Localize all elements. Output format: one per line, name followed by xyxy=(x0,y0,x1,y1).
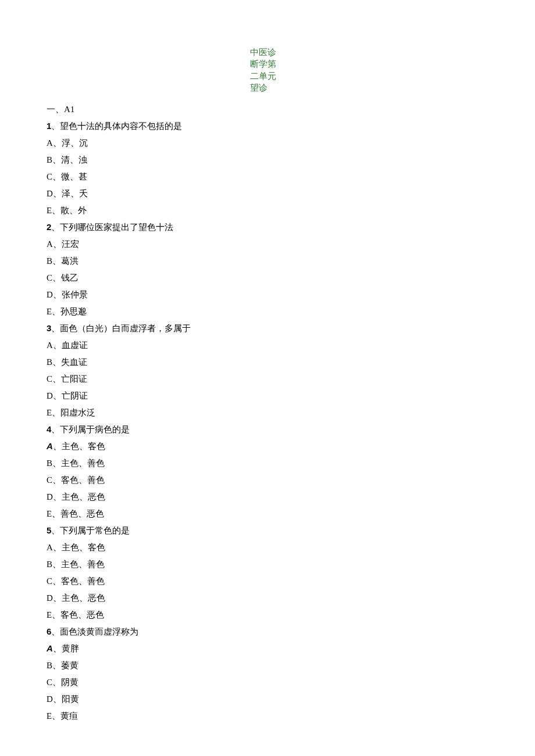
option: E、阳虚水泛 xyxy=(47,407,488,418)
separator: 、 xyxy=(53,239,62,249)
option: A、主色、客色 xyxy=(47,542,488,553)
option: A、主色、客色 xyxy=(47,441,488,452)
option-text: 葛洪 xyxy=(61,256,79,266)
separator: 、 xyxy=(52,408,60,417)
option-text: 散、外 xyxy=(60,206,87,215)
separator: 、 xyxy=(51,121,60,131)
option: D、主色、恶色 xyxy=(47,492,488,503)
option: D、张仲景 xyxy=(47,289,488,300)
option-text: 主色、客色 xyxy=(62,442,105,451)
question-text: 面色淡黄而虚浮称为 xyxy=(60,627,138,636)
option-text: 血虚证 xyxy=(62,341,88,350)
title-line: 望诊 xyxy=(250,82,285,94)
option-text: 汪宏 xyxy=(62,239,79,249)
separator: 、 xyxy=(52,475,61,485)
separator: 、 xyxy=(51,324,60,333)
option-letter: A xyxy=(47,441,53,451)
option-letter: B xyxy=(47,661,52,670)
question-text: 望色十法的具体内容不包括的是 xyxy=(60,121,182,131)
option: E、善色、恶色 xyxy=(47,508,488,519)
option-letter: C xyxy=(47,576,52,586)
option: E、客色、恶色 xyxy=(47,610,488,621)
separator: 、 xyxy=(52,206,60,215)
option: B、主色、善色 xyxy=(47,559,488,570)
option-letter: D xyxy=(47,290,53,299)
option-text: 主色、善色 xyxy=(61,458,105,468)
question-text: 下列哪位医家提出了望色十法 xyxy=(60,223,173,232)
question-block: 1、望色十法的具体内容不包括的是A、浮、沉B、清、浊C、微、甚D、泽、夭E、散、… xyxy=(47,121,488,216)
separator: 、 xyxy=(52,273,61,282)
question-text: 面色（白光）白而虚浮者，多属于 xyxy=(60,324,191,333)
separator: 、 xyxy=(53,391,62,400)
option-text: 主色、恶色 xyxy=(62,492,105,501)
option-letter: A xyxy=(47,543,53,552)
option-text: 阳虚水泛 xyxy=(60,408,95,417)
option-letter: C xyxy=(47,475,52,485)
document-title: 中医诊 断学第 二单元 望诊 xyxy=(250,46,285,94)
option: D、泽、夭 xyxy=(47,188,488,199)
option-text: 黄胖 xyxy=(62,644,79,653)
option-letter: D xyxy=(47,694,53,704)
option-letter: B xyxy=(47,155,52,164)
separator: 、 xyxy=(52,458,61,468)
option-text: 主色、恶色 xyxy=(62,593,105,603)
separator: 、 xyxy=(52,374,61,384)
option-text: 清、浊 xyxy=(61,155,87,164)
separator: 、 xyxy=(53,694,62,704)
question-stem: 4、下列属于病色的是 xyxy=(47,424,488,435)
option-letter: D xyxy=(47,189,53,198)
option-text: 亡阳证 xyxy=(61,374,87,384)
option: A、黄胖 xyxy=(47,643,488,654)
option-letter: A xyxy=(47,341,53,350)
option: E、黄疸 xyxy=(47,711,488,722)
question-block: 6、面色淡黄而虚浮称为A、黄胖B、萎黄C、阴黄D、阳黄E、黄疸 xyxy=(47,626,488,722)
separator: 、 xyxy=(51,425,60,434)
separator: 、 xyxy=(53,290,62,299)
separator: 、 xyxy=(53,644,62,653)
question-stem: 3、面色（白光）白而虚浮者，多属于 xyxy=(47,323,488,334)
option-text: 钱乙 xyxy=(61,273,79,282)
option-letter: B xyxy=(47,256,52,266)
option-letter: D xyxy=(47,593,53,603)
option: A、浮、沉 xyxy=(47,138,488,149)
title-line: 二单元 xyxy=(250,70,285,82)
question-block: 3、面色（白光）白而虚浮者，多属于A、血虚证B、失血证C、亡阳证D、亡阴证E、阳… xyxy=(47,323,488,418)
option: E、散、外 xyxy=(47,205,488,216)
option-letter: A xyxy=(47,239,53,249)
option-letter: A xyxy=(47,138,53,148)
separator: 、 xyxy=(52,560,61,569)
option: D、亡阴证 xyxy=(47,390,488,402)
option: C、客色、善色 xyxy=(47,475,488,486)
question-stem: 6、面色淡黄而虚浮称为 xyxy=(47,626,488,637)
document-page: 中医诊 断学第 二单元 望诊 一、A1 1、望色十法的具体内容不包括的是A、浮、… xyxy=(0,0,535,751)
separator: 、 xyxy=(52,711,60,721)
option: C、亡阳证 xyxy=(47,374,488,385)
separator: 、 xyxy=(53,442,62,451)
separator: 、 xyxy=(52,576,61,586)
option-letter: E xyxy=(47,610,52,619)
option: C、阴黄 xyxy=(47,677,488,688)
separator: 、 xyxy=(53,593,62,603)
option-letter: E xyxy=(47,711,52,721)
separator: 、 xyxy=(52,256,61,266)
option-text: 客色、善色 xyxy=(61,576,105,586)
option-text: 亡阴证 xyxy=(62,391,88,400)
option-letter: E xyxy=(47,307,52,316)
separator: 、 xyxy=(52,155,61,164)
option: B、失血证 xyxy=(47,357,488,368)
option: B、清、浊 xyxy=(47,155,488,166)
option: D、阳黄 xyxy=(47,694,488,705)
separator: 、 xyxy=(52,610,60,619)
separator: 、 xyxy=(52,172,61,181)
option-letter: E xyxy=(47,408,52,417)
option-text: 孙思邈 xyxy=(60,307,87,316)
option: C、客色、善色 xyxy=(47,576,488,587)
option-letter: D xyxy=(47,391,53,400)
option: B、主色、善色 xyxy=(47,458,488,469)
separator: 、 xyxy=(52,678,61,687)
question-stem: 1、望色十法的具体内容不包括的是 xyxy=(47,121,488,132)
title-line: 中医诊 xyxy=(250,46,285,58)
option: B、萎黄 xyxy=(47,660,488,671)
option: C、钱乙 xyxy=(47,273,488,284)
option-letter: C xyxy=(47,273,52,282)
